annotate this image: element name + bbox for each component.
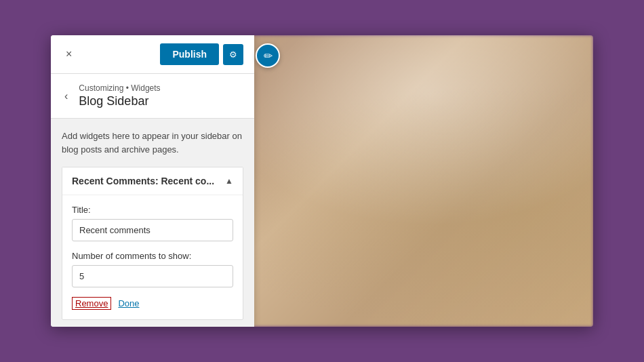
title-form-group: Title: bbox=[72, 205, 233, 241]
widget-header-title: Recent Comments: Recent co... bbox=[72, 176, 214, 186]
customizer-panel: × Publish ⚙ ‹ Customizing • Widgets Blog… bbox=[51, 35, 254, 327]
section-title-group: Customizing • Widgets Blog Sidebar bbox=[79, 83, 160, 108]
section-header: ‹ Customizing • Widgets Blog Sidebar bbox=[51, 74, 254, 119]
top-bar: × Publish ⚙ bbox=[51, 35, 254, 74]
comments-label: Number of comments to show: bbox=[72, 251, 233, 261]
title-input[interactable] bbox=[72, 219, 233, 241]
remove-link[interactable]: Remove bbox=[72, 297, 111, 310]
edit-pencil-button[interactable]: ✏ bbox=[256, 43, 280, 68]
section-title: Blog Sidebar bbox=[79, 94, 160, 108]
sidebar-description: Add widgets here to appear in your sideb… bbox=[62, 129, 243, 156]
comments-form-group: Number of comments to show: bbox=[72, 251, 233, 287]
chevron-up-icon: ▲ bbox=[225, 176, 233, 186]
pencil-icon: ✏ bbox=[264, 49, 273, 62]
close-button[interactable]: × bbox=[62, 46, 76, 62]
title-label: Title: bbox=[72, 205, 233, 215]
breadcrumb: Customizing • Widgets bbox=[79, 83, 160, 93]
done-link[interactable]: Done bbox=[118, 298, 139, 308]
widget-actions: Remove Done bbox=[72, 297, 233, 310]
settings-button[interactable]: ⚙ bbox=[223, 44, 243, 65]
comments-input[interactable] bbox=[72, 265, 233, 287]
panel-body: Add widgets here to appear in your sideb… bbox=[51, 119, 254, 327]
back-button[interactable]: ‹ bbox=[62, 89, 71, 104]
publish-button[interactable]: Publish bbox=[160, 43, 219, 65]
widget-header[interactable]: Recent Comments: Recent co... ▲ bbox=[62, 167, 243, 195]
page-preview bbox=[254, 35, 593, 327]
widget-accordion: Recent Comments: Recent co... ▲ Title: N… bbox=[62, 167, 243, 320]
top-bar-actions: Publish ⚙ bbox=[160, 43, 243, 65]
widget-body: Title: Number of comments to show: Remov… bbox=[62, 195, 243, 319]
